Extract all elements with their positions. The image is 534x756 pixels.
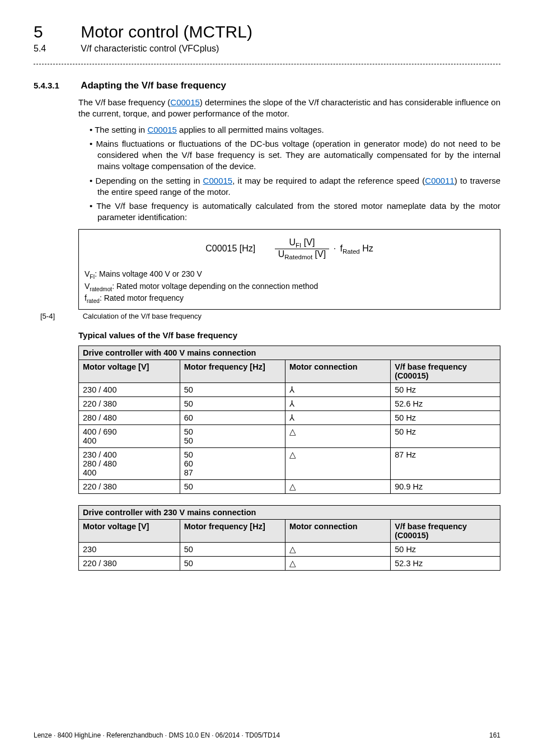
table-cell: 220 / 380 [79, 397, 180, 411]
table-cell: 50 [180, 383, 285, 397]
bullet-item: Depending on the setting in C00015, it m… [90, 175, 500, 198]
table-title: Drive controller with 400 V mains connec… [79, 346, 500, 360]
section-title: Adapting the V/f base frequency [81, 80, 226, 91]
table-cell: △ [285, 480, 390, 494]
chapter-title: Motor control (MCTRL) [81, 22, 252, 41]
table-cell: 400 / 690400 [79, 425, 180, 448]
table-cell: 5050 [180, 425, 285, 448]
table-cell: 506087 [180, 448, 285, 480]
table-row: 220 / 38050△52.3 Hz [79, 557, 500, 571]
table-cell: 87 Hz [391, 448, 500, 480]
legend-line: frated: Rated motor frequency [85, 293, 494, 305]
footer-left: Lenze · 8400 HighLine · Referenzhandbuch… [34, 731, 280, 739]
legend-line: Vratedmot: Rated motor voltage depending… [85, 281, 494, 293]
page-number: 161 [489, 731, 500, 739]
col-header: Motor frequency [Hz] [180, 520, 285, 543]
table-230v: Drive controller with 230 V mains connec… [78, 505, 500, 571]
table-cell: 52.3 Hz [391, 557, 500, 571]
subhead-number: 5.4 [34, 44, 78, 54]
table-cell: 230 [79, 543, 180, 557]
intro-paragraph: The V/f base frequency (C00015) determin… [78, 97, 500, 120]
table-row: 280 / 48060⅄50 Hz [79, 411, 500, 425]
table-cell: 90.9 Hz [391, 480, 500, 494]
table-cell: 60 [180, 411, 285, 425]
table-cell: 50 Hz [391, 543, 500, 557]
col-header: Motor connection [285, 360, 390, 383]
table-body: 230 / 40050⅄50 Hz220 / 38050⅄52.6 Hz280 … [79, 383, 500, 494]
subhead-title: V/f characteristic control (VFCplus) [81, 44, 219, 53]
link-c00015[interactable]: C00015 [170, 97, 200, 107]
bullet-item: The setting in C00015 applies to all per… [90, 124, 500, 136]
table-row: 220 / 38050⅄52.6 Hz [79, 397, 500, 411]
table-cell: 50 Hz [391, 411, 500, 425]
section-heading: 5.4.3.1 Adapting the V/f base frequency [34, 80, 500, 91]
table-cell: 52.6 Hz [391, 397, 500, 411]
link-c00011[interactable]: C00011 [425, 176, 455, 185]
text: applies to all permitted mains voltages. [177, 125, 324, 134]
formula: C00015 [Hz] UFI [V] URatedmot [V] · fRat… [79, 230, 500, 267]
col-header: Motor voltage [V] [79, 520, 180, 543]
typical-heading: Typical values of the V/f base frequency [78, 330, 500, 340]
formula-fraction: UFI [V] URatedmot [V] [275, 237, 330, 262]
text: The setting in [95, 125, 147, 134]
table-row: 230 / 40050⅄50 Hz [79, 383, 500, 397]
formula-trail: · fRated Hz [332, 244, 373, 253]
table-row: 23050△50 Hz [79, 543, 500, 557]
table-cell: 50 [180, 543, 285, 557]
link-c00015[interactable]: C00015 [203, 176, 233, 185]
formula-numerator: UFI [V] [275, 237, 330, 250]
table-400v: Drive controller with 400 V mains connec… [78, 346, 500, 494]
col-header: Motor connection [285, 520, 390, 543]
table-row: 230 / 400280 / 480400506087△87 Hz [79, 448, 500, 480]
bullet-item: Mains fluctuations or fluctuations of th… [90, 138, 500, 172]
text: , it may be required to adapt the refere… [232, 176, 425, 185]
table-cell: 220 / 380 [79, 557, 180, 571]
chapter-number: 5 [34, 22, 78, 41]
table-cell: △ [285, 543, 390, 557]
text: The V/f base frequency ( [78, 97, 170, 107]
table-cell: 280 / 480 [79, 411, 180, 425]
caption-label: [5-4] [40, 312, 81, 320]
table-body: 23050△50 Hz220 / 38050△52.3 Hz [79, 543, 500, 571]
table-row: 400 / 6904005050△50 Hz [79, 425, 500, 448]
table-cell: △ [285, 425, 390, 448]
table-title: Drive controller with 230 V mains connec… [79, 506, 500, 520]
divider-dashed [34, 64, 500, 64]
table-cell: 50 [180, 557, 285, 571]
table-cell: 220 / 380 [79, 480, 180, 494]
table-cell: 50 Hz [391, 425, 500, 448]
col-header: Motor frequency [Hz] [180, 360, 285, 383]
bullet-list: The setting in C00015 applies to all per… [78, 124, 500, 223]
formula-box: C00015 [Hz] UFI [V] URatedmot [V] · fRat… [78, 229, 500, 310]
chapter-heading: 5 Motor control (MCTRL) [34, 22, 500, 41]
col-header: V/f base frequency(C00015) [391, 520, 500, 543]
table-cell: △ [285, 448, 390, 480]
table-cell: 230 / 400 [79, 383, 180, 397]
subheading-row: 5.4 V/f characteristic control (VFCplus) [34, 44, 500, 54]
table-cell: ⅄ [285, 411, 390, 425]
caption-text: Calculation of the V/f base frequency [83, 312, 202, 320]
bullet-item: The V/f base frequency is automatically … [90, 200, 500, 223]
table-cell: 50 Hz [391, 383, 500, 397]
table-cell: △ [285, 557, 390, 571]
col-header: Motor voltage [V] [79, 360, 180, 383]
table-cell: ⅄ [285, 383, 390, 397]
table-row: 220 / 38050△90.9 Hz [79, 480, 500, 494]
figure-caption: [5-4] Calculation of the V/f base freque… [37, 312, 500, 320]
formula-lhs: C00015 [Hz] [205, 244, 272, 253]
formula-legend: VFI: Mains voltage 400 V or 230 V Vrated… [79, 267, 500, 309]
table-cell: ⅄ [285, 397, 390, 411]
table-cell: 50 [180, 480, 285, 494]
table-cell: 230 / 400280 / 480400 [79, 448, 180, 480]
section-number: 5.4.3.1 [34, 81, 78, 90]
page-footer: Lenze · 8400 HighLine · Referenzhandbuch… [34, 731, 500, 739]
col-header: V/f base frequency(C00015) [391, 360, 500, 383]
text: Depending on the setting in [95, 176, 203, 185]
link-c00015[interactable]: C00015 [147, 125, 177, 134]
formula-denominator: URatedmot [V] [275, 249, 330, 261]
legend-line: VFI: Mains voltage 400 V or 230 V [85, 269, 494, 281]
table-cell: 50 [180, 397, 285, 411]
